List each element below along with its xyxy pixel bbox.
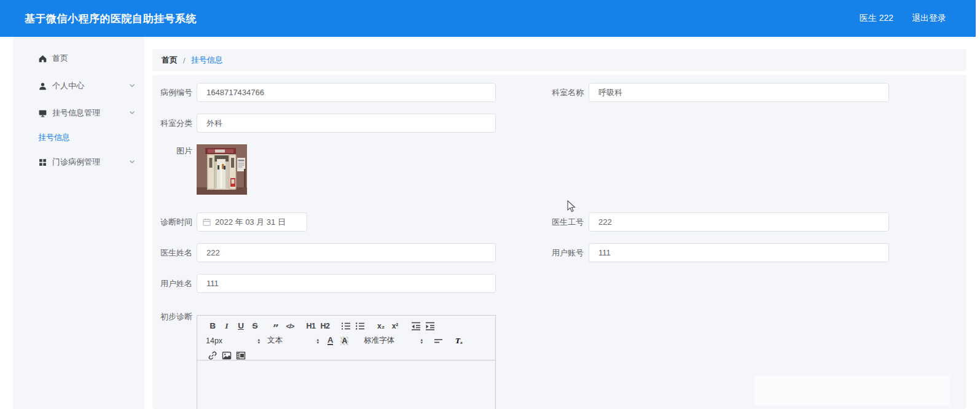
breadcrumb-home[interactable]: 首页 <box>162 55 178 66</box>
sidebar-item-registration-info[interactable]: 挂号信息 <box>13 125 144 150</box>
sidebar: 首页 个人中心 挂号信息管理 挂号信息 <box>13 37 144 409</box>
monitor-icon <box>38 109 47 118</box>
blockquote-button[interactable]: ” <box>269 320 283 332</box>
chevron-down-icon <box>128 158 136 165</box>
sidebar-item-personal-center[interactable]: 个人中心 <box>13 74 144 98</box>
breadcrumb: 首页 / 挂号信息 <box>152 49 966 71</box>
app-title: 基于微信小程序的医院自助挂号系统 <box>25 12 197 26</box>
sidebar-item-outpatient-cases[interactable]: 门诊病例管理 <box>13 150 144 174</box>
user-name-label: 用户姓名 <box>152 274 192 293</box>
bold-button[interactable]: B <box>206 320 219 332</box>
scrollbar-track-top <box>976 0 980 37</box>
sidebar-item-registration-management[interactable]: 挂号信息管理 <box>13 101 144 125</box>
font-family-picker[interactable]: 标准字体 ▴▾ <box>364 335 423 346</box>
header-2-button[interactable]: H2 <box>318 320 332 332</box>
sidebar-item-label: 首页 <box>52 53 68 64</box>
image-label: 图片 <box>152 146 192 157</box>
preliminary-diagnosis-label: 初步诊断 <box>152 311 192 322</box>
doctor-name-label: 医生姓名 <box>152 243 192 262</box>
indent-icon <box>425 321 435 331</box>
department-category-label: 科室分类 <box>152 114 192 133</box>
header-bar: 基于微信小程序的医院自助挂号系统 医生 222 退出登录 <box>0 0 976 37</box>
breadcrumb-separator: / <box>183 56 186 65</box>
bullet-list-button[interactable] <box>353 320 367 332</box>
outdent-icon <box>411 321 421 331</box>
text-color-button[interactable]: A <box>327 336 333 345</box>
indent-button[interactable] <box>423 320 437 332</box>
outdent-button[interactable] <box>409 320 423 332</box>
chevron-down-icon <box>128 82 136 89</box>
header-1-button[interactable]: H1 <box>304 320 318 332</box>
user-account-field[interactable] <box>589 243 889 262</box>
header-format-picker[interactable]: 文本 ▴▾ <box>267 335 319 346</box>
superscript-button[interactable]: x² <box>388 320 402 332</box>
doctor-id-label: 医生工号 <box>544 212 584 232</box>
insert-image-button[interactable] <box>220 349 233 362</box>
chevron-down-icon <box>128 109 136 116</box>
image-icon <box>222 351 232 360</box>
sidebar-item-label: 门诊病例管理 <box>52 157 100 168</box>
bullet-list-icon <box>355 321 365 331</box>
strike-button[interactable]: S <box>248 320 262 332</box>
editor-toolbar-row-1: B I U S ” </> H1 H2 <box>206 319 495 332</box>
picker-arrows-icon: ▴▾ <box>257 338 260 344</box>
insert-video-button[interactable] <box>234 349 248 362</box>
font-family-value: 标准字体 <box>364 335 394 346</box>
align-picker[interactable] <box>431 335 445 347</box>
ordered-list-button[interactable] <box>339 320 353 332</box>
diagnosis-time-picker[interactable]: 2022 年 03 月 31 日 <box>197 212 307 232</box>
video-icon <box>236 351 246 360</box>
sidebar-item-home[interactable]: 首页 <box>13 46 144 71</box>
current-user-label[interactable]: 医生 222 <box>860 13 893 24</box>
editor-toolbar-row-2: 14px ▴▾ 文本 ▴▾ A A 标准字体 ▴▾ <box>206 334 495 347</box>
clear-format-button[interactable]: Tₓ <box>455 336 463 346</box>
ordered-list-icon <box>341 321 351 331</box>
picker-arrows-icon: ▴▾ <box>316 338 319 344</box>
registration-form: 病例编号 科室名称 科室分类 图片 <box>152 75 966 409</box>
doctor-name-field[interactable] <box>197 243 496 262</box>
italic-button[interactable]: I <box>220 320 233 332</box>
font-size-value: 14px <box>206 337 222 345</box>
diagnosis-time-label: 诊断时间 <box>152 212 192 232</box>
calendar-icon <box>203 218 211 226</box>
editor-content-area[interactable] <box>197 360 496 409</box>
picker-arrows-icon: ▴▾ <box>421 338 423 344</box>
sidebar-item-label: 个人中心 <box>52 80 84 92</box>
department-name-label: 科室名称 <box>544 83 584 102</box>
watermark-overlay <box>755 376 950 405</box>
form-row: 科室分类 <box>152 114 966 133</box>
link-icon <box>208 351 218 360</box>
editor-toolbar: B I U S ” </> H1 H2 <box>197 315 496 360</box>
department-category-field[interactable] <box>197 114 496 133</box>
highlight-color-button[interactable]: A <box>340 337 348 345</box>
hospital-photo[interactable] <box>197 144 247 195</box>
breadcrumb-current[interactable]: 挂号信息 <box>191 55 223 66</box>
insert-link-button[interactable] <box>206 349 219 362</box>
scrollbar-track[interactable] <box>966 37 980 409</box>
header-actions: 医生 222 退出登录 <box>860 13 946 24</box>
department-name-field[interactable] <box>589 83 889 102</box>
header-format-value: 文本 <box>267 335 283 346</box>
form-row: 病例编号 科室名称 <box>152 83 966 102</box>
align-icon <box>434 337 443 345</box>
form-row: 诊断时间 2022 年 03 月 31 日 医生工号 <box>152 212 966 232</box>
case-number-label: 病例编号 <box>152 83 192 102</box>
underline-button[interactable]: U <box>234 320 248 332</box>
user-account-label: 用户账号 <box>544 243 584 262</box>
font-size-picker[interactable]: 14px ▴▾ <box>206 337 260 345</box>
sidebar-item-label: 挂号信息管理 <box>52 107 100 119</box>
grid-icon <box>38 158 47 167</box>
diagnosis-time-value: 2022 年 03 月 31 日 <box>215 217 286 228</box>
home-icon <box>38 54 47 63</box>
code-block-button[interactable]: </> <box>283 320 297 332</box>
form-row: 用户姓名 <box>152 274 966 293</box>
doctor-id-field[interactable] <box>589 212 889 232</box>
case-number-field[interactable] <box>197 83 496 102</box>
subscript-button[interactable]: x₂ <box>374 320 388 332</box>
logout-link[interactable]: 退出登录 <box>912 13 946 24</box>
sidebar-item-label: 挂号信息 <box>38 132 70 143</box>
user-icon <box>38 82 47 91</box>
app-window: 基于微信小程序的医院自助挂号系统 医生 222 退出登录 首页 个人中心 <box>0 0 980 409</box>
editor-toolbar-row-3 <box>206 349 495 362</box>
user-name-field[interactable] <box>197 274 496 293</box>
